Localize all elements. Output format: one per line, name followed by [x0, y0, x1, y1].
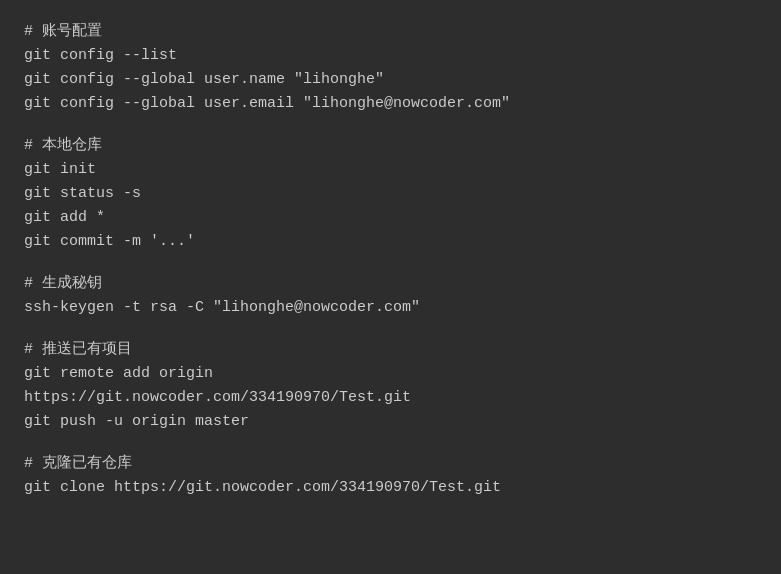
command-config-username: git config --global user.name "lihonghe": [24, 68, 757, 92]
comment-clone-repo: # 克隆已有仓库: [24, 452, 757, 476]
command-git-commit: git commit -m '...': [24, 230, 757, 254]
comment-generate-key: # 生成秘钥: [24, 272, 757, 296]
command-config-email: git config --global user.email "lihonghe…: [24, 92, 757, 116]
command-config-list: git config --list: [24, 44, 757, 68]
comment-account-config: # 账号配置: [24, 20, 757, 44]
section-account-config: # 账号配置 git config --list git config --gl…: [24, 20, 757, 116]
command-git-add: git add *: [24, 206, 757, 230]
command-ssh-keygen: ssh-keygen -t rsa -C "lihonghe@nowcoder.…: [24, 296, 757, 320]
command-git-init: git init: [24, 158, 757, 182]
comment-push-existing: # 推送已有项目: [24, 338, 757, 362]
comment-local-repo: # 本地仓库: [24, 134, 757, 158]
command-git-remote-add: git remote add origin: [24, 362, 757, 386]
command-git-status: git status -s: [24, 182, 757, 206]
command-git-push: git push -u origin master: [24, 410, 757, 434]
section-generate-key: # 生成秘钥 ssh-keygen -t rsa -C "lihonghe@no…: [24, 272, 757, 320]
section-local-repo: # 本地仓库 git init git status -s git add * …: [24, 134, 757, 254]
command-repo-url: https://git.nowcoder.com/334190970/Test.…: [24, 386, 757, 410]
section-push-existing: # 推送已有项目 git remote add origin https://g…: [24, 338, 757, 434]
section-clone-repo: # 克隆已有仓库 git clone https://git.nowcoder.…: [24, 452, 757, 500]
terminal-window: # 账号配置 git config --list git config --gl…: [0, 0, 781, 574]
command-git-clone: git clone https://git.nowcoder.com/33419…: [24, 476, 757, 500]
